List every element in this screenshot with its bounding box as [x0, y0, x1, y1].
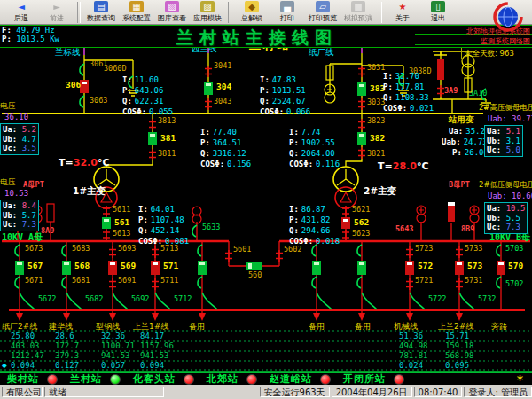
toolbar-separator	[379, 2, 382, 23]
ready-cell: 就绪	[44, 387, 164, 397]
print-preview-icon: ▱	[316, 1, 330, 12]
page-title: 兰村站主接线图	[133, 27, 381, 50]
toolbar-label: 前进	[50, 13, 64, 23]
toolbar: ◄后退►前进▤数据查询▦系统配置▧图库查看▨应用模块◆总解锁▄打印▱打印预览■模…	[0, 0, 532, 25]
station-nav-bar: 柴村站兰村站化客头站北郊站赵道峪站开闭所站*	[0, 372, 532, 385]
arrester-3a9	[437, 59, 444, 80]
status-bar: 有限公司就绪安全运行963天2004年04月26日08:07:40登录人: 管理…	[0, 385, 532, 399]
transformer-1-lv-winding	[96, 187, 117, 208]
system-config-icon: ▦	[129, 1, 144, 12]
toolbar-label: 总解锁	[241, 13, 262, 23]
freq-key: F:	[2, 26, 12, 35]
breakers[interactable]	[15, 59, 505, 275]
forward-icon: ►	[50, 1, 64, 12]
toolbar-label: 退出	[431, 13, 445, 23]
print-icon: ▄	[280, 1, 294, 12]
toolbar-print-button[interactable]: ▄打印	[270, 1, 305, 23]
toolbar-label: 打印预览	[309, 13, 337, 23]
power-unit: Kw	[50, 35, 59, 43]
nav-station-name: 兰村站	[70, 372, 102, 386]
toolbar-label: 数据查询	[87, 13, 115, 23]
table-lines	[0, 331, 532, 370]
status-led-red	[320, 374, 331, 385]
35kv-wires	[2, 51, 491, 168]
nav-station-赵道峪站[interactable]: 赵道峪站	[270, 372, 331, 386]
status-led-green	[110, 374, 121, 385]
toolbar-label: 系统配置	[122, 13, 151, 23]
nav-station-柴村站[interactable]: 柴村站	[7, 372, 58, 386]
toolbar-label: 模拟预演	[344, 13, 372, 23]
nav-station-name: 赵道峪站	[270, 372, 312, 386]
status-led-red	[246, 374, 257, 385]
breaker-562	[341, 217, 350, 229]
transformer-symbols[interactable]	[94, 167, 358, 208]
exit-icon: ▯	[431, 1, 445, 12]
toolbar-system-config-button[interactable]: ▦系统配置	[119, 1, 154, 23]
breaker-561	[102, 217, 111, 229]
status-led-red	[394, 374, 404, 385]
globe-logo	[491, 0, 525, 34]
toolbar-label: 图库查看	[158, 13, 186, 23]
10kv-wires	[2, 208, 530, 313]
date-cell: 2004年04月26日	[332, 387, 412, 397]
system-readings: F: 49.79 Hz P: 1013.5 Kw	[2, 26, 59, 43]
scada-window: ◄后退►前进▤数据查询▦系统配置▧图库查看▨应用模块◆总解锁▄打印▱打印预览■模…	[0, 0, 532, 399]
company-cell: 有限公司	[2, 387, 43, 397]
nav-station-化客头站[interactable]: 化客头站	[133, 372, 194, 386]
feeder-arrows	[16, 313, 463, 321]
toolbar-about-button[interactable]: ★关于	[385, 1, 420, 23]
safe-run-days-cell: 安全运行963天	[260, 387, 330, 397]
data-query-icon: ▤	[94, 1, 108, 12]
toolbar-app-module-button[interactable]: ▨应用模块	[190, 1, 225, 23]
toolbar-separator	[228, 2, 231, 23]
one-line-diagram	[0, 46, 532, 372]
link-network-map[interactable]: 监测系统网络图	[466, 36, 530, 46]
toolbar-unlock-all-button[interactable]: ◆总解锁	[234, 1, 270, 23]
nav-station-name: 柴村站	[7, 372, 39, 386]
toolbar-simulation-button: ■模拟预演	[340, 1, 376, 23]
time-cell: 08:07:40	[414, 387, 463, 397]
nav-station-北郊站[interactable]: 北郊站	[207, 372, 257, 386]
status-led-red	[47, 374, 58, 385]
toolbar-label: 打印	[280, 13, 294, 23]
toolbar-forward-button: ►前进	[39, 1, 74, 23]
simulation-icon: ■	[351, 1, 365, 12]
toolbar-separator	[77, 2, 81, 23]
nav-station-name: 化客头站	[133, 372, 176, 386]
toolbar-label: 应用模块	[193, 13, 222, 23]
toolbar-print-preview-button[interactable]: ▱打印预览	[305, 1, 340, 23]
nav-station-name: 北郊站	[207, 372, 239, 386]
freq-value: 49.79	[16, 26, 40, 35]
power-key: P:	[2, 35, 12, 43]
toolbar-exit-button[interactable]: ▯退出	[420, 1, 456, 23]
freq-unit: Hz	[45, 26, 55, 35]
toolbar-gallery-view-button[interactable]: ▧图库查看	[154, 1, 190, 23]
back-icon: ◄	[14, 1, 28, 12]
disconnect-switches-open[interactable]	[15, 64, 501, 309]
nav-station-开闭所站[interactable]: 开闭所站	[343, 372, 404, 386]
toolbar-label: 后退	[14, 13, 28, 23]
gallery-view-icon: ▧	[165, 1, 179, 12]
transformer-2-lv-winding	[335, 187, 356, 208]
toolbar-label: 关于	[395, 13, 410, 23]
unlock-all-icon: ◆	[245, 1, 259, 12]
login-user-cell: 登录人: 管理员	[464, 387, 532, 397]
disconnect-switches-closed[interactable]	[103, 66, 463, 290]
nav-station-兰村站[interactable]: 兰村站	[70, 372, 121, 386]
status-led-red	[184, 374, 194, 385]
toolbar-data-query-button[interactable]: ▤数据查询	[83, 1, 119, 23]
power-value: 1013.5	[16, 35, 45, 43]
header-bar: F: 49.79 Hz P: 1013.5 Kw 兰村站主接线图 北郊地理信息系…	[0, 25, 532, 48]
about-icon: ★	[395, 1, 410, 12]
toolbar-back-button[interactable]: ◄后退	[4, 1, 39, 23]
nav-station-name: 开闭所站	[343, 372, 386, 386]
app-module-icon: ▨	[200, 1, 215, 12]
